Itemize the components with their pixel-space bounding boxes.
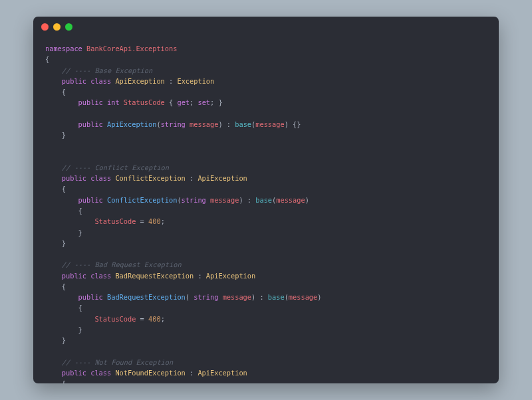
class-notfoundexception: NotFoundException <box>115 369 185 377</box>
property-statuscode: StatusCode <box>124 98 165 106</box>
brace-open: { <box>45 55 49 63</box>
keyword-int: int <box>107 98 120 106</box>
keyword-public: public <box>78 196 103 204</box>
keyword-string: string <box>161 120 186 128</box>
class-apiexception: ApiException <box>115 77 164 85</box>
keyword-public: public <box>78 98 103 106</box>
constructor-conflictexception: ConflictException <box>107 196 177 204</box>
keyword-namespace: namespace <box>45 45 82 52</box>
literal-400: 400 <box>148 315 161 323</box>
constructor-apiexception: ApiException <box>107 120 156 128</box>
comment-conflict-exception: // ---- Conflict Exception <box>62 163 169 171</box>
keyword-public: public <box>62 369 86 377</box>
code-editor-window: namespace BankCoreApi.Exceptions { // --… <box>33 17 499 383</box>
constructor-badrequestexception: BadRequestException <box>107 293 186 301</box>
close-icon[interactable] <box>41 23 49 31</box>
keyword-public: public <box>62 272 86 280</box>
keyword-public: public <box>62 174 86 182</box>
keyword-public: public <box>78 120 103 128</box>
param-message: message <box>255 120 284 128</box>
base-type-apiexception: ApiException <box>198 369 247 377</box>
keyword-base: base <box>235 120 251 128</box>
param-message: message <box>210 196 239 204</box>
statuscode-assign: StatusCode <box>94 315 136 323</box>
keyword-base: base <box>268 293 285 301</box>
keyword-class: class <box>90 369 111 377</box>
keyword-string: string <box>182 196 206 204</box>
minimize-icon[interactable] <box>53 23 61 31</box>
comment-base-exception: // ---- Base Exception <box>62 66 152 74</box>
class-badrequestexception: BadRequestException <box>115 272 194 280</box>
keyword-class: class <box>90 272 111 280</box>
keyword-set: set <box>198 98 210 106</box>
param-message: message <box>190 120 218 128</box>
base-type-apiexception: ApiException <box>206 272 255 280</box>
keyword-string: string <box>194 293 218 301</box>
base-type-apiexception: ApiException <box>198 174 247 182</box>
comment-notfound-exception: // ---- Not Found Exception <box>62 358 173 366</box>
window-titlebar <box>33 17 499 37</box>
class-conflictexception: ConflictException <box>115 174 185 182</box>
code-content: namespace BankCoreApi.Exceptions { // --… <box>33 37 499 383</box>
param-message: message <box>276 196 305 204</box>
param-message: message <box>223 293 251 301</box>
literal-400: 400 <box>148 217 161 225</box>
namespace-name: BankCoreApi.Exceptions <box>86 45 177 52</box>
keyword-public: public <box>78 293 103 301</box>
maximize-icon[interactable] <box>65 23 72 31</box>
keyword-base: base <box>255 196 272 204</box>
statuscode-assign: StatusCode <box>94 217 136 225</box>
keyword-class: class <box>90 77 111 85</box>
comment-badrequest-exception: // ---- Bad Request Exception <box>62 260 182 268</box>
param-message: message <box>289 293 317 301</box>
keyword-class: class <box>90 174 111 182</box>
base-type-exception: Exception <box>177 77 214 85</box>
keyword-get: get <box>177 98 190 106</box>
keyword-public: public <box>62 77 86 85</box>
